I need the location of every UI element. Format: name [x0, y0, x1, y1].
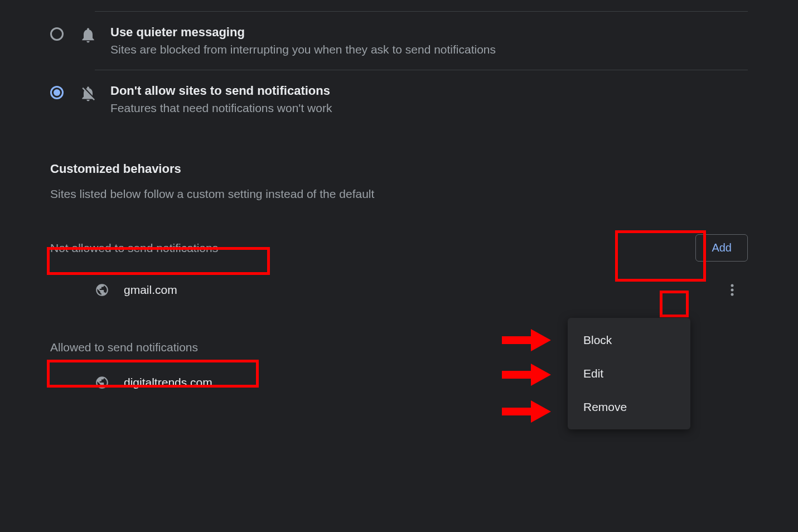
option-dont-allow[interactable]: Don't allow sites to send notifications …: [50, 70, 748, 128]
svg-point-0: [731, 284, 734, 287]
arrow-annotation: [502, 364, 551, 386]
arrow-annotation: [502, 400, 551, 423]
option-title: Don't allow sites to send notifications: [110, 84, 332, 98]
svg-point-1: [731, 289, 734, 292]
menu-block[interactable]: Block: [568, 323, 690, 357]
add-not-allowed-button[interactable]: Add: [695, 234, 748, 262]
customized-desc: Sites listed below follow a custom setti…: [50, 187, 748, 201]
allowed-label: Allowed to send notifications: [50, 341, 198, 354]
site-name: gmail.com: [124, 283, 748, 297]
menu-remove[interactable]: Remove: [568, 390, 690, 424]
svg-rect-5: [502, 371, 531, 379]
option-desc: Features that need notifications won't w…: [110, 101, 332, 115]
svg-rect-3: [502, 336, 531, 344]
radio-unselected-icon[interactable]: [50, 27, 64, 41]
globe-icon: [95, 375, 109, 390]
customized-heading: Customized behaviors: [50, 162, 748, 176]
site-actions-menu: Block Edit Remove: [568, 318, 690, 429]
bell-icon: [79, 26, 97, 44]
svg-point-2: [731, 293, 734, 296]
arrow-annotation: [502, 329, 551, 351]
radio-selected-icon[interactable]: [50, 86, 64, 99]
not-allowed-label: Not allowed to send notifications: [50, 241, 218, 255]
svg-marker-6: [531, 364, 551, 386]
option-desc: Sites are blocked from interrupting you …: [110, 43, 496, 56]
not-allowed-header: Not allowed to send notifications Add: [50, 234, 748, 262]
option-title: Use quieter messaging: [110, 25, 496, 40]
more-actions-button[interactable]: [722, 280, 742, 300]
bell-off-icon: [79, 85, 97, 103]
site-row-gmail: gmail.com: [50, 273, 748, 307]
svg-marker-4: [531, 329, 551, 351]
globe-icon: [95, 283, 109, 297]
menu-edit[interactable]: Edit: [568, 357, 690, 390]
option-quieter-messaging[interactable]: Use quieter messaging Sites are blocked …: [50, 12, 748, 70]
svg-marker-8: [531, 400, 551, 423]
svg-rect-7: [502, 408, 531, 415]
